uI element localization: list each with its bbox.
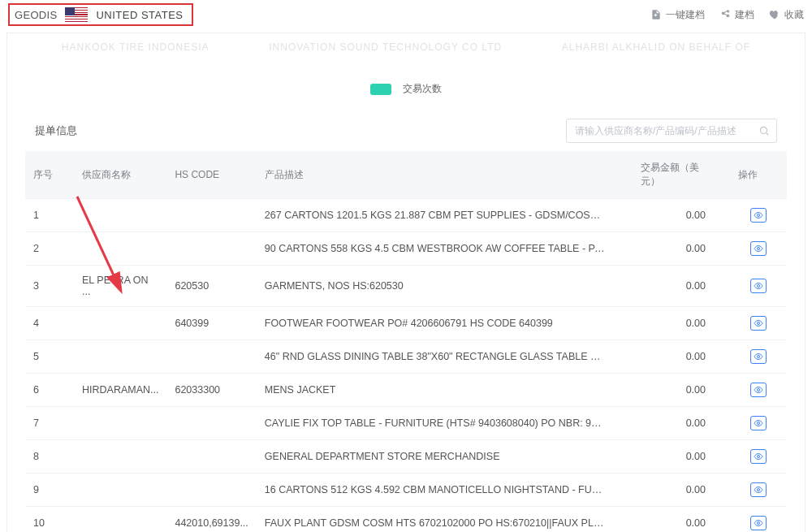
cell-desc: 90 CARTONS 558 KGS 4.5 CBM WESTBROOK AW … bbox=[257, 232, 633, 266]
top-actions: 一键建档 建档 收藏 bbox=[650, 8, 804, 22]
svg-line-1 bbox=[767, 133, 769, 136]
svg-point-10 bbox=[758, 456, 760, 458]
view-button[interactable] bbox=[750, 241, 767, 256]
cell-desc: GENERAL DEPARTMENT STORE MERCHANDISE bbox=[257, 440, 633, 474]
table-row: 916 CARTONS 512 KGS 4.592 CBM MANOTICELL… bbox=[25, 474, 787, 507]
cell-index: 2 bbox=[25, 232, 74, 266]
cell-amount: 0.00 bbox=[633, 307, 730, 340]
view-button[interactable] bbox=[750, 416, 767, 430]
cell-index: 10 bbox=[25, 507, 74, 533]
cell-hscode bbox=[166, 340, 256, 374]
cell-index: 3 bbox=[25, 266, 74, 307]
top-bar: GEODIS UNITED STATES 一键建档 建档 收藏 bbox=[0, 0, 812, 26]
cell-hscode bbox=[166, 474, 256, 507]
eye-icon bbox=[754, 452, 763, 461]
cell-desc: 16 CARTONS 512 KGS 4.592 CBM MANOTICELLO… bbox=[257, 474, 633, 507]
cell-op bbox=[730, 474, 787, 507]
search-icon[interactable] bbox=[758, 125, 770, 136]
table-row: 7CAYLIE FIX TOP TABLE - FURNITURE (HTS# … bbox=[25, 407, 787, 440]
cell-desc: GARMENTS, NOS HS:620530 bbox=[257, 266, 633, 307]
cell-desc: CAYLIE FIX TOP TABLE - FURNITURE (HTS# 9… bbox=[257, 407, 633, 440]
cell-desc: 46" RND GLASS DINING TABLE 38"X60" RECTA… bbox=[257, 340, 633, 374]
view-button[interactable] bbox=[750, 316, 767, 331]
table-row: 4640399FOOTWEAR FOOTWEAR PO# 4206606791 … bbox=[25, 307, 787, 340]
jiandang-label: 建档 bbox=[735, 8, 754, 22]
company-name: GEODIS bbox=[15, 9, 57, 21]
cell-supplier bbox=[74, 307, 166, 340]
favorite-button[interactable]: 收藏 bbox=[769, 8, 804, 22]
cell-hscode bbox=[166, 407, 256, 440]
share-icon bbox=[719, 9, 731, 20]
table-row: 10442010,69139...FAUX PLANT GDSM COSM HT… bbox=[25, 507, 787, 533]
cell-amount: 0.00 bbox=[633, 474, 730, 507]
ghost-label: ALHARBI ALKHALID ON BEHALF OF bbox=[562, 41, 750, 53]
cell-supplier bbox=[74, 340, 166, 374]
cell-op bbox=[730, 307, 787, 340]
cell-op bbox=[730, 507, 787, 533]
legend-swatch bbox=[370, 84, 391, 95]
view-button[interactable] bbox=[750, 349, 767, 364]
chart-axis-ghost: HANKOOK TIRE INDONESIA INNOVATION SOUND … bbox=[7, 33, 805, 58]
table-row: 546" RND GLASS DINING TABLE 38"X60" RECT… bbox=[25, 340, 787, 374]
cell-supplier: EL PETRA ON ... bbox=[74, 266, 166, 307]
cell-op bbox=[730, 199, 787, 232]
cell-index: 6 bbox=[25, 374, 74, 407]
search-box[interactable] bbox=[566, 119, 777, 143]
main-card: HANKOOK TIRE INDONESIA INNOVATION SOUND … bbox=[6, 32, 806, 532]
cell-op bbox=[730, 407, 787, 440]
view-button[interactable] bbox=[750, 516, 767, 530]
table-header-row: 序号 供应商名称 HS CODE 产品描述 交易金额（美元） 操作 bbox=[25, 151, 787, 199]
cell-supplier bbox=[74, 474, 166, 507]
cell-hscode: 62033300 bbox=[166, 374, 256, 407]
cell-index: 8 bbox=[25, 440, 74, 474]
eye-icon bbox=[754, 281, 763, 291]
col-desc: 产品描述 bbox=[257, 151, 633, 199]
section-title: 提单信息 bbox=[35, 123, 77, 138]
eye-icon bbox=[754, 244, 763, 253]
svg-point-9 bbox=[758, 422, 760, 425]
cell-supplier bbox=[74, 232, 166, 266]
cell-supplier: HIRDARAMAN... bbox=[74, 374, 166, 407]
svg-point-6 bbox=[758, 322, 760, 325]
cell-op bbox=[730, 340, 787, 374]
svg-point-4 bbox=[758, 248, 760, 250]
col-op: 操作 bbox=[730, 151, 787, 199]
table-row: 8GENERAL DEPARTMENT STORE MERCHANDISE0.0… bbox=[25, 440, 787, 474]
view-button[interactable] bbox=[750, 208, 767, 223]
cell-amount: 0.00 bbox=[633, 374, 730, 407]
cell-amount: 0.00 bbox=[633, 340, 730, 374]
cell-index: 9 bbox=[25, 474, 74, 507]
svg-point-7 bbox=[758, 356, 760, 358]
company-country-badge: GEODIS UNITED STATES bbox=[8, 3, 193, 26]
table-row: 1267 CARTONS 1201.5 KGS 21.887 CBM PET S… bbox=[25, 199, 787, 232]
cell-index: 4 bbox=[25, 307, 74, 340]
search-input[interactable] bbox=[573, 124, 758, 137]
ghost-label: HANKOOK TIRE INDONESIA bbox=[62, 41, 209, 53]
svg-point-5 bbox=[758, 285, 760, 288]
cell-desc: MENS JACKET bbox=[257, 374, 633, 407]
cell-supplier bbox=[74, 440, 166, 474]
view-button[interactable] bbox=[750, 383, 767, 397]
view-button[interactable] bbox=[750, 482, 767, 497]
cell-hscode: 640399 bbox=[166, 307, 256, 340]
cell-hscode bbox=[166, 232, 256, 266]
cell-amount: 0.00 bbox=[633, 266, 730, 307]
svg-point-8 bbox=[758, 389, 760, 391]
cell-index: 5 bbox=[25, 340, 74, 374]
jiandang-button[interactable]: 建档 bbox=[719, 8, 754, 22]
view-button[interactable] bbox=[750, 449, 767, 464]
svg-point-3 bbox=[758, 214, 760, 217]
legend-label: 交易次数 bbox=[403, 83, 442, 94]
eye-icon bbox=[754, 352, 763, 361]
cell-supplier bbox=[74, 199, 166, 232]
view-button[interactable] bbox=[750, 279, 767, 293]
col-hscode: HS CODE bbox=[166, 151, 256, 199]
cell-op bbox=[730, 232, 787, 266]
cell-hscode: 442010,69139... bbox=[166, 507, 256, 533]
cell-supplier bbox=[74, 507, 166, 533]
col-amount: 交易金额（美元） bbox=[633, 151, 730, 199]
chart-legend: 交易次数 bbox=[7, 58, 805, 119]
cell-desc: 267 CARTONS 1201.5 KGS 21.887 CBM PET SU… bbox=[257, 199, 633, 232]
one-click-create-button[interactable]: 一键建档 bbox=[650, 8, 705, 22]
eye-icon bbox=[754, 210, 763, 220]
